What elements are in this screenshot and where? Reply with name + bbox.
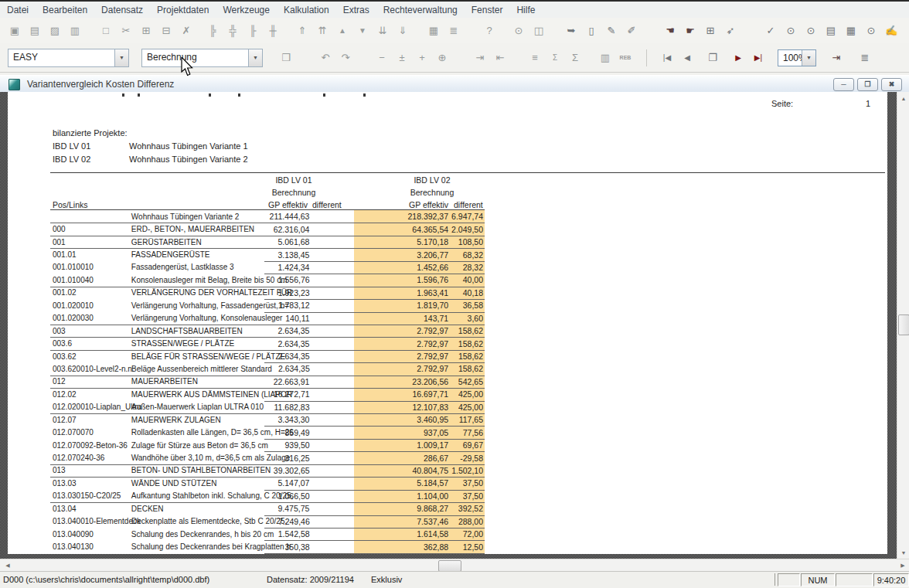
easy-combo[interactable]: EASY▼: [8, 49, 129, 67]
cell-diff: 108,50: [451, 237, 485, 246]
status-bar: D000 (c:\users\chris\documents\allright\…: [0, 571, 909, 588]
new-document-icon[interactable]: □: [97, 22, 115, 39]
print-preview-icon[interactable]: ▣: [5, 22, 24, 39]
cell-v1: 2.634,35: [265, 339, 312, 348]
menu-item-bearbeiten[interactable]: Bearbeiten: [36, 3, 94, 17]
last-record-icon[interactable]: ▶|: [749, 49, 768, 66]
report-view-icon[interactable]: ▤: [26, 22, 44, 39]
menu-item-fenster[interactable]: Fenster: [465, 3, 510, 17]
horizontal-scroll-thumb[interactable]: [438, 560, 461, 572]
zoom-combo[interactable]: 100%▼: [778, 49, 816, 66]
menu-item-extras[interactable]: Extras: [336, 3, 376, 17]
open-folder-icon[interactable]: ❒: [277, 49, 295, 66]
pin-dart-icon[interactable]: ➶: [721, 22, 740, 39]
scroll-up-icon[interactable]: ▲: [897, 92, 909, 104]
move-page-down-icon[interactable]: ⇊: [373, 22, 392, 39]
cell-diff: 425,00: [451, 403, 485, 412]
move-up-icon[interactable]: ▲: [333, 22, 352, 39]
print2-icon[interactable]: ≣: [856, 49, 874, 66]
reb-icon[interactable]: REB: [616, 49, 635, 66]
search-globe-icon[interactable]: ⊙: [509, 22, 528, 39]
subtotal-icon[interactable]: Σ: [546, 49, 564, 66]
cell-v1: 22.663,91: [265, 377, 312, 386]
vertical-scroll-thumb[interactable]: [898, 314, 909, 335]
first-record-icon[interactable]: |◀: [658, 49, 676, 66]
menu-item-rechteverwaltung[interactable]: Rechteverwaltung: [376, 3, 465, 17]
delete-icon[interactable]: ✗: [177, 22, 196, 39]
indent-right-icon[interactable]: ⇥: [471, 49, 489, 66]
menu-item-kalkulation[interactable]: Kalkulation: [277, 3, 336, 17]
list-icon[interactable]: ≡: [526, 49, 544, 66]
doc-check-icon[interactable]: ✓: [761, 22, 780, 39]
next-record-icon[interactable]: ▶: [729, 49, 747, 66]
paste-icon[interactable]: ⊟: [157, 22, 175, 39]
split-view-icon[interactable]: ◫: [529, 22, 548, 39]
doc-table-icon[interactable]: ▦: [842, 22, 860, 39]
clipboard-icon[interactable]: ▯: [582, 22, 601, 39]
move-last-icon[interactable]: ⇓: [393, 22, 412, 39]
window-arrange-icon[interactable]: ⊞: [701, 22, 720, 39]
cell-diff: 158,62: [451, 352, 485, 361]
search-again-icon[interactable]: ⊙: [862, 22, 880, 39]
copy-icon[interactable]: ⊞: [137, 22, 155, 39]
minimize-button[interactable]: ─: [833, 78, 854, 91]
tree-insert-after-icon[interactable]: ╬: [223, 22, 242, 39]
menu-item-datei[interactable]: Datei: [0, 3, 36, 17]
cell-pos: 012: [50, 377, 131, 386]
import-position-icon[interactable]: ➥: [562, 22, 580, 39]
horizontal-scrollbar[interactable]: ◀ ▶: [0, 559, 909, 572]
doc-list-icon[interactable]: ▤: [822, 22, 840, 39]
vertical-scrollbar[interactable]: ▲ ▼: [897, 92, 909, 559]
table-row: 001.010010Fassadengerüst, Lastklasse 31.…: [50, 261, 485, 274]
tree-level-icon[interactable]: ╫: [264, 22, 282, 39]
close-button[interactable]: ✖: [881, 78, 902, 91]
berechnung-combo[interactable]: Berechnung▼: [141, 49, 263, 67]
move-first-icon[interactable]: ⇑: [293, 22, 312, 39]
move-down-icon[interactable]: ▼: [353, 22, 372, 39]
menu-item-projektdaten[interactable]: Projektdaten: [150, 3, 216, 17]
cut-icon[interactable]: ✂: [117, 22, 135, 39]
zoom-combo-dropdown-icon[interactable]: ▼: [802, 50, 815, 66]
redo-icon[interactable]: ↷: [336, 49, 355, 66]
grab-right-icon[interactable]: ☛: [681, 22, 700, 39]
menu-item-hilfe[interactable]: Hilfe: [509, 3, 542, 17]
print-icon[interactable]: ≣: [444, 22, 463, 39]
scroll-down-icon[interactable]: ▼: [897, 546, 909, 559]
header-rule: [50, 172, 885, 173]
scroll-right-icon[interactable]: ▶: [897, 559, 909, 572]
help-icon[interactable]: ?: [480, 22, 499, 39]
indent-left-icon[interactable]: ⇤: [491, 49, 509, 66]
add-row-icon[interactable]: +: [413, 49, 431, 66]
berechnung-combo-dropdown-icon[interactable]: ▼: [248, 49, 262, 66]
cell-v1: 62.316,04: [265, 225, 312, 234]
page-preview-icon[interactable]: ▦: [424, 22, 443, 39]
undo-icon[interactable]: ↶: [316, 49, 335, 66]
prev-record-icon[interactable]: ◀: [678, 49, 696, 66]
add-special-icon[interactable]: ⊕: [433, 49, 451, 66]
tree-insert-child-icon[interactable]: ╟: [243, 22, 262, 39]
status-record: Datensatz: 2009/21194: [267, 575, 354, 584]
sum-icon[interactable]: Σ: [566, 49, 584, 66]
search-record-icon[interactable]: ⊙: [802, 22, 820, 39]
image-view-icon[interactable]: ▨: [46, 22, 64, 39]
tree-insert-before-icon[interactable]: ╠: [203, 22, 222, 39]
copy-pages-icon[interactable]: ❐: [703, 49, 722, 66]
restore-button[interactable]: ❐: [857, 78, 878, 91]
exit-door-icon[interactable]: ⇥: [827, 49, 846, 66]
status-panel-empty-2: [836, 573, 873, 586]
cell-v1: 211.444,63: [265, 212, 312, 221]
doc-sign-icon[interactable]: ✍: [882, 22, 900, 39]
menu-item-werkzeuge[interactable]: Werkzeuge: [216, 3, 276, 17]
easy-combo-dropdown-icon[interactable]: ▼: [114, 49, 128, 66]
doc-edit-icon[interactable]: ✐: [622, 22, 641, 39]
scroll-left-icon[interactable]: ◀: [2, 559, 14, 572]
remove-row-icon[interactable]: −: [373, 49, 391, 66]
menu-item-datensatz[interactable]: Datensatz: [94, 3, 150, 17]
doc-add-icon[interactable]: ✎: [602, 22, 621, 39]
grab-left-icon[interactable]: ☚: [661, 22, 679, 39]
add-above-icon[interactable]: ±: [393, 49, 411, 66]
chart-icon[interactable]: ▥: [596, 49, 615, 66]
search-doc-icon[interactable]: ⊙: [781, 22, 800, 39]
catalog-icon[interactable]: ▥: [66, 22, 84, 39]
move-page-up-icon[interactable]: ⇈: [313, 22, 332, 39]
